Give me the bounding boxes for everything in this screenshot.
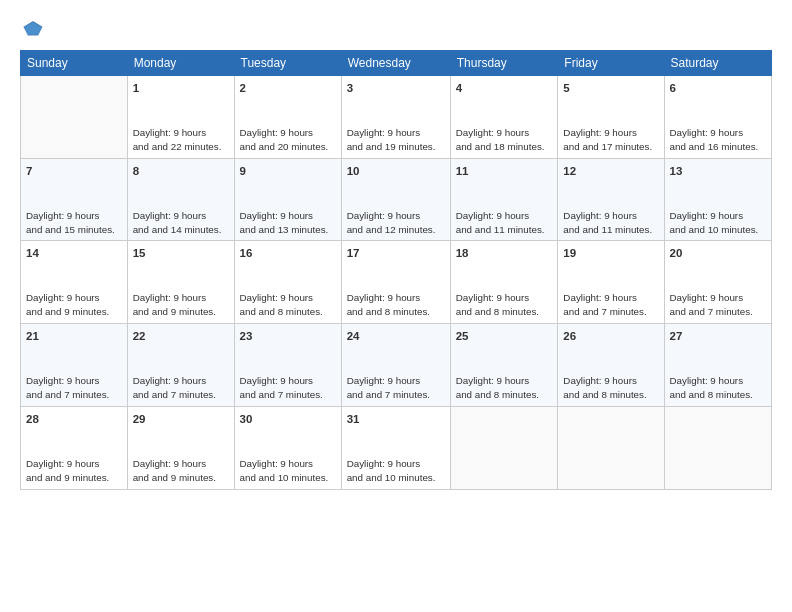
day-number: 11: [456, 163, 553, 179]
day-info: Daylight: 9 hoursand and 22 minutes.: [133, 98, 229, 154]
daylight-text: Daylight: 9 hours: [133, 210, 207, 221]
daylight-text: Daylight: 9 hours: [347, 375, 421, 386]
day-info: Daylight: 9 hoursand and 13 minutes.: [240, 181, 336, 237]
daylight-minutes: and and 19 minutes.: [347, 141, 436, 152]
calendar-cell: 19Daylight: 9 hoursand and 7 minutes.: [558, 241, 664, 324]
daylight-minutes: and and 12 minutes.: [347, 224, 436, 235]
calendar-cell: [558, 406, 664, 489]
daylight-text: Daylight: 9 hours: [347, 127, 421, 138]
day-number: 26: [563, 328, 658, 344]
calendar-cell: [21, 76, 128, 159]
day-number: 19: [563, 245, 658, 261]
daylight-text: Daylight: 9 hours: [563, 292, 637, 303]
day-number: 10: [347, 163, 445, 179]
daylight-text: Daylight: 9 hours: [133, 127, 207, 138]
daylight-minutes: and and 10 minutes.: [670, 224, 759, 235]
day-number: 17: [347, 245, 445, 261]
calendar-cell: 3Daylight: 9 hoursand and 19 minutes.: [341, 76, 450, 159]
daylight-text: Daylight: 9 hours: [563, 375, 637, 386]
day-number: 6: [670, 80, 766, 96]
day-number: 29: [133, 411, 229, 427]
day-info: Daylight: 9 hoursand and 17 minutes.: [563, 98, 658, 154]
daylight-minutes: and and 8 minutes.: [456, 306, 539, 317]
day-number: 31: [347, 411, 445, 427]
calendar-cell: 31Daylight: 9 hoursand and 10 minutes.: [341, 406, 450, 489]
calendar-cell: 24Daylight: 9 hoursand and 7 minutes.: [341, 324, 450, 407]
daylight-text: Daylight: 9 hours: [26, 458, 100, 469]
day-info: Daylight: 9 hoursand and 7 minutes.: [133, 346, 229, 402]
day-info: Daylight: 9 hoursand and 8 minutes.: [240, 264, 336, 320]
daylight-text: Daylight: 9 hours: [563, 210, 637, 221]
day-info: Daylight: 9 hoursand and 14 minutes.: [133, 181, 229, 237]
calendar-row-2: 14Daylight: 9 hoursand and 9 minutes.15D…: [21, 241, 772, 324]
daylight-minutes: and and 9 minutes.: [133, 472, 216, 483]
day-info: Daylight: 9 hoursand and 8 minutes.: [347, 264, 445, 320]
daylight-minutes: and and 7 minutes.: [347, 389, 430, 400]
day-number: 3: [347, 80, 445, 96]
day-number: 18: [456, 245, 553, 261]
calendar-cell: 14Daylight: 9 hoursand and 9 minutes.: [21, 241, 128, 324]
day-info: Daylight: 9 hoursand and 8 minutes.: [456, 264, 553, 320]
daylight-text: Daylight: 9 hours: [670, 375, 744, 386]
daylight-text: Daylight: 9 hours: [347, 458, 421, 469]
daylight-text: Daylight: 9 hours: [456, 375, 530, 386]
calendar-cell: 22Daylight: 9 hoursand and 7 minutes.: [127, 324, 234, 407]
calendar-cell: 17Daylight: 9 hoursand and 8 minutes.: [341, 241, 450, 324]
day-number: 5: [563, 80, 658, 96]
calendar-cell: 4Daylight: 9 hoursand and 18 minutes.: [450, 76, 558, 159]
day-number: 15: [133, 245, 229, 261]
calendar-table: SundayMondayTuesdayWednesdayThursdayFrid…: [20, 50, 772, 490]
weekday-header-friday: Friday: [558, 51, 664, 76]
daylight-minutes: and and 7 minutes.: [240, 389, 323, 400]
calendar-cell: 29Daylight: 9 hoursand and 9 minutes.: [127, 406, 234, 489]
day-number: 30: [240, 411, 336, 427]
calendar-cell: 12Daylight: 9 hoursand and 11 minutes.: [558, 158, 664, 241]
day-number: 9: [240, 163, 336, 179]
daylight-text: Daylight: 9 hours: [563, 127, 637, 138]
calendar-cell: 18Daylight: 9 hoursand and 8 minutes.: [450, 241, 558, 324]
daylight-text: Daylight: 9 hours: [240, 375, 314, 386]
day-info: Daylight: 9 hoursand and 11 minutes.: [563, 181, 658, 237]
day-info: Daylight: 9 hoursand and 8 minutes.: [563, 346, 658, 402]
daylight-text: Daylight: 9 hours: [456, 292, 530, 303]
calendar-cell: 28Daylight: 9 hoursand and 9 minutes.: [21, 406, 128, 489]
day-number: 13: [670, 163, 766, 179]
calendar-cell: 7Daylight: 9 hoursand and 15 minutes.: [21, 158, 128, 241]
calendar-cell: 16Daylight: 9 hoursand and 8 minutes.: [234, 241, 341, 324]
day-info: Daylight: 9 hoursand and 7 minutes.: [670, 264, 766, 320]
daylight-minutes: and and 8 minutes.: [240, 306, 323, 317]
day-number: 27: [670, 328, 766, 344]
daylight-minutes: and and 8 minutes.: [563, 389, 646, 400]
day-number: 24: [347, 328, 445, 344]
daylight-minutes: and and 14 minutes.: [133, 224, 222, 235]
day-number: 12: [563, 163, 658, 179]
daylight-text: Daylight: 9 hours: [456, 210, 530, 221]
day-number: 23: [240, 328, 336, 344]
calendar-cell: 10Daylight: 9 hoursand and 12 minutes.: [341, 158, 450, 241]
daylight-minutes: and and 9 minutes.: [26, 472, 109, 483]
daylight-text: Daylight: 9 hours: [240, 458, 314, 469]
weekday-header-row: SundayMondayTuesdayWednesdayThursdayFrid…: [21, 51, 772, 76]
daylight-text: Daylight: 9 hours: [456, 127, 530, 138]
day-number: 7: [26, 163, 122, 179]
day-info: Daylight: 9 hoursand and 7 minutes.: [26, 346, 122, 402]
calendar-row-0: 1Daylight: 9 hoursand and 22 minutes.2Da…: [21, 76, 772, 159]
daylight-minutes: and and 8 minutes.: [347, 306, 430, 317]
daylight-minutes: and and 11 minutes.: [563, 224, 652, 235]
weekday-header-wednesday: Wednesday: [341, 51, 450, 76]
calendar-cell: [450, 406, 558, 489]
calendar-cell: 26Daylight: 9 hoursand and 8 minutes.: [558, 324, 664, 407]
day-info: Daylight: 9 hoursand and 7 minutes.: [563, 264, 658, 320]
daylight-minutes: and and 11 minutes.: [456, 224, 545, 235]
day-info: Daylight: 9 hoursand and 20 minutes.: [240, 98, 336, 154]
day-info: Daylight: 9 hoursand and 10 minutes.: [240, 429, 336, 485]
calendar-cell: 25Daylight: 9 hoursand and 8 minutes.: [450, 324, 558, 407]
day-info: Daylight: 9 hoursand and 11 minutes.: [456, 181, 553, 237]
weekday-header-thursday: Thursday: [450, 51, 558, 76]
calendar-cell: 8Daylight: 9 hoursand and 14 minutes.: [127, 158, 234, 241]
daylight-minutes: and and 8 minutes.: [670, 389, 753, 400]
daylight-minutes: and and 9 minutes.: [26, 306, 109, 317]
daylight-minutes: and and 20 minutes.: [240, 141, 329, 152]
day-info: Daylight: 9 hoursand and 7 minutes.: [240, 346, 336, 402]
daylight-text: Daylight: 9 hours: [670, 292, 744, 303]
